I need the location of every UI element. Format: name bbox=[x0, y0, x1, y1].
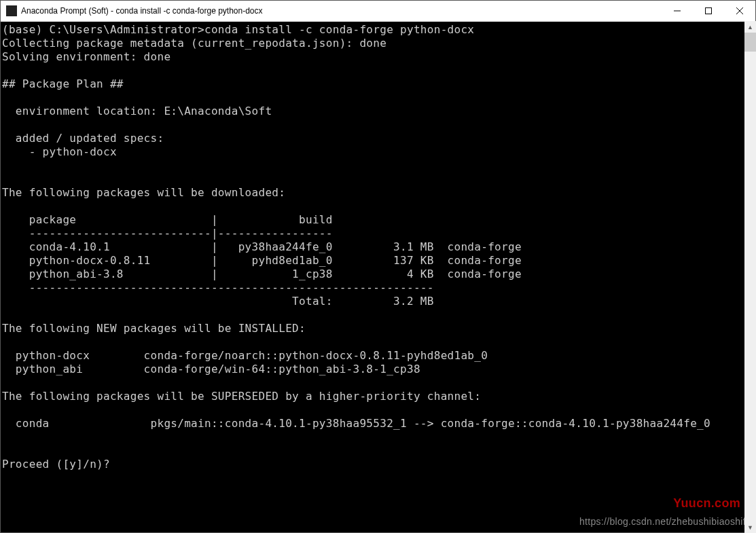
scroll-up-arrow[interactable]: ▲ bbox=[744, 21, 756, 33]
superseded-row: conda pkgs/main::conda-4.10.1-py38haa955… bbox=[2, 417, 710, 430]
window-titlebar: Anaconda Prompt (Soft) - conda install -… bbox=[1, 1, 755, 22]
command-text: conda install -c conda-forge python-docx bbox=[204, 23, 474, 36]
watermark-url: https://blog.csdn.net/zhebushibiaoshifu bbox=[579, 515, 751, 528]
terminal-output[interactable]: (base) C:\Users\Administrator>conda inst… bbox=[1, 22, 755, 532]
table-separator: ---------------------------|------------… bbox=[2, 227, 333, 240]
table-row: python_abi-3.8 | 1_cp38 4 KB conda-forge bbox=[2, 268, 522, 280]
table-row: conda-4.10.1 | py38haa244fe_0 3.1 MB con… bbox=[2, 240, 522, 253]
package-plan-header: ## Package Plan ## bbox=[2, 77, 124, 90]
downloads-header: The following packages will be downloade… bbox=[2, 186, 285, 199]
new-packages-header: The following NEW packages will be INSTA… bbox=[2, 322, 306, 335]
vertical-scrollbar[interactable]: ▲ ▼ bbox=[744, 21, 756, 533]
table-separator: ----------------------------------------… bbox=[2, 281, 434, 294]
scrollbar-track[interactable] bbox=[744, 33, 756, 521]
scrollbar-thumb[interactable] bbox=[744, 33, 756, 52]
table-total: Total: 3.2 MB bbox=[2, 295, 434, 308]
window-controls bbox=[662, 1, 755, 21]
output-line: Collecting package metadata (current_rep… bbox=[2, 37, 386, 50]
window-title: Anaconda Prompt (Soft) - conda install -… bbox=[21, 6, 662, 16]
app-icon bbox=[6, 5, 17, 16]
new-package-row: python-docx conda-forge/noarch::python-d… bbox=[2, 349, 488, 362]
svg-rect-1 bbox=[706, 8, 712, 14]
env-location: environment location: E:\Anaconda\Soft bbox=[2, 105, 272, 117]
close-button[interactable] bbox=[724, 1, 755, 21]
table-header: package | build bbox=[2, 213, 333, 226]
proceed-prompt: Proceed ([y]/n)? bbox=[2, 458, 117, 471]
maximize-button[interactable] bbox=[693, 1, 724, 21]
output-line: Solving environment: done bbox=[2, 50, 170, 63]
superseded-header: The following packages will be SUPERSEDE… bbox=[2, 390, 481, 403]
minimize-button[interactable] bbox=[662, 1, 693, 21]
spec-item: - python-docx bbox=[2, 145, 117, 158]
prompt-prefix: (base) C:\Users\Administrator> bbox=[2, 23, 204, 36]
watermark-brand: Yuucn.com bbox=[673, 496, 740, 510]
scroll-down-arrow[interactable]: ▼ bbox=[744, 521, 756, 533]
added-specs-header: added / updated specs: bbox=[2, 132, 164, 145]
table-row: python-docx-0.8.11 | pyhd8ed1ab_0 137 KB… bbox=[2, 254, 522, 267]
new-package-row: python_abi conda-forge/win-64::python_ab… bbox=[2, 363, 420, 375]
